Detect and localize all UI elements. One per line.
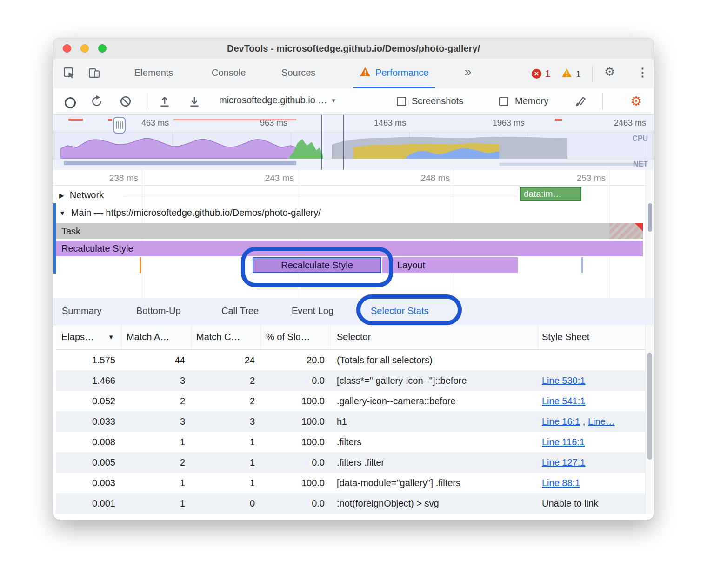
col-match-count[interactable]: Match C… — [192, 325, 261, 349]
expand-right-icon[interactable]: ▶ — [59, 192, 64, 199]
table-header: Elaps… ▼ Match A… Match C… % of Slo… Sel… — [56, 325, 645, 350]
memory-checkbox[interactable] — [499, 97, 508, 106]
warning-badge[interactable]: 1 — [561, 68, 581, 80]
devtools-tabbar: Elements Console Sources Performance » ✕… — [53, 59, 654, 89]
screenshots-label[interactable]: Screenshots — [412, 96, 463, 107]
long-task-marker — [555, 119, 562, 121]
devtools-window: DevTools - microsoftedge.github.io/Demos… — [53, 38, 654, 520]
reload-and-record-icon[interactable] — [91, 95, 103, 109]
recalculate-style-label: Recalculate Style — [61, 243, 133, 254]
profile-select[interactable]: microsoftedge.github.io … ▾ — [219, 95, 335, 106]
table-row[interactable]: 0.052 2 2 100.0 .gallery-icon--camera::b… — [56, 391, 645, 411]
tab-console[interactable]: Console — [212, 67, 246, 78]
expand-down-icon[interactable]: ▼ — [59, 209, 66, 217]
stylesheet-link[interactable]: Line 127:1 — [542, 457, 585, 468]
col-pct-slow[interactable]: % of Slo… — [261, 325, 331, 349]
table-row[interactable]: 0.005 2 1 0.0 .filters .filter Line 127:… — [56, 452, 645, 473]
table-row[interactable]: 0.033 3 3 100.0 h1 Line 16:1 , Line… — [56, 411, 645, 432]
task-block[interactable]: Task — [56, 223, 643, 239]
task-label: Task — [61, 226, 80, 237]
divider — [592, 65, 593, 82]
more-tabs-icon[interactable]: » — [465, 65, 471, 79]
flame-scrollbar-thumb[interactable] — [648, 203, 652, 232]
recalculate-style-block-selected[interactable]: Recalculate Style — [253, 257, 381, 273]
garbage-collect-icon[interactable] — [574, 95, 587, 109]
sort-desc-icon: ▼ — [108, 334, 114, 341]
col-match-attempts[interactable]: Match A… — [122, 325, 192, 349]
stylesheet-link[interactable]: Line… — [588, 416, 615, 427]
flame-tick: 243 ms — [265, 173, 294, 183]
stylesheet-link[interactable]: Line 88:1 — [542, 478, 580, 488]
network-activity-bar — [64, 161, 296, 165]
table-scrollbar-thumb[interactable] — [647, 353, 652, 460]
recalculate-style-block-wide[interactable]: Recalculate Style — [56, 241, 643, 256]
close-button[interactable] — [63, 44, 71, 53]
table-body: 1.575 44 24 20.0 (Totals for all selecto… — [56, 350, 645, 514]
col-elapsed[interactable]: Elaps… ▼ — [56, 325, 122, 349]
flame-tick: 253 ms — [577, 173, 606, 183]
flame-scrollbar[interactable] — [646, 170, 654, 298]
event-sliver[interactable] — [581, 257, 583, 273]
long-task-marker — [108, 119, 112, 121]
network-request-block[interactable]: data:im… — [520, 187, 581, 201]
screenshots-checkbox[interactable] — [397, 97, 406, 106]
tab-elements[interactable]: Elements — [134, 67, 173, 78]
stylesheet-link[interactable]: Line 541:1 — [542, 396, 585, 406]
minimize-button[interactable] — [80, 44, 89, 53]
tab-performance-label: Performance — [375, 67, 429, 78]
flame-tick: 248 ms — [421, 173, 450, 183]
event-sliver[interactable] — [140, 257, 141, 273]
layout-block[interactable]: Layout — [382, 257, 518, 273]
tab-summary[interactable]: Summary — [62, 306, 102, 316]
selection-boundary[interactable] — [321, 115, 322, 170]
performance-toolbar: microsoftedge.github.io … ▾ Screenshots … — [53, 88, 654, 115]
tab-performance[interactable]: Performance — [353, 59, 435, 88]
zoom-button[interactable] — [98, 44, 107, 53]
inspect-element-icon[interactable] — [63, 67, 75, 81]
cpu-label: CPU — [632, 134, 648, 143]
record-button[interactable] — [65, 97, 76, 108]
network-activity-bar — [499, 163, 646, 166]
settings-gear-icon[interactable]: ⚙ — [604, 65, 615, 79]
long-task-marker — [68, 119, 83, 121]
clear-recording-icon[interactable] — [120, 95, 132, 109]
kebab-menu-icon[interactable]: ⋮ — [637, 66, 648, 79]
selection-boundary[interactable] — [343, 115, 344, 170]
col-style-sheet[interactable]: Style Sheet — [538, 325, 645, 349]
long-task-flag-icon — [635, 223, 643, 231]
error-count: 1 — [545, 68, 550, 79]
table-row[interactable]: 0.008 1 1 100.0 .filters Line 116:1 — [56, 432, 645, 452]
net-label: NET — [633, 160, 648, 168]
overview-ruler: 463 ms 963 ms 1463 ms 1963 ms 2463 ms — [53, 115, 654, 132]
col-selector[interactable]: Selector — [331, 325, 538, 349]
flame-child-row: Recalculate Style Layout — [53, 257, 654, 273]
table-row[interactable]: 1.575 44 24 20.0 (Totals for all selecto… — [56, 350, 645, 370]
stylesheet-link[interactable]: Line 530:1 — [542, 375, 585, 386]
table-row[interactable]: 1.466 3 2 0.0 [class*=" gallery-icon--"]… — [56, 370, 645, 391]
timeline-overview[interactable]: 463 ms 963 ms 1463 ms 1963 ms 2463 ms CP… — [53, 115, 654, 170]
error-badge[interactable]: ✕ 1 — [532, 68, 550, 79]
tab-call-tree[interactable]: Call Tree — [221, 306, 259, 316]
network-track-header[interactable]: ▶ Network — [59, 190, 104, 200]
stylesheet-link[interactable]: Line 16:1 — [542, 416, 580, 427]
table-row[interactable]: 0.001 1 0 0.0 :not(foreignObject) > svg … — [56, 493, 645, 514]
load-profile-icon[interactable] — [159, 95, 171, 109]
network-overview — [53, 159, 654, 170]
stylesheet-link[interactable]: Line 116:1 — [542, 437, 585, 447]
device-toolbar-icon[interactable] — [88, 67, 100, 81]
main-track-label: Main — https://microsoftedge.github.io/D… — [71, 207, 321, 218]
tab-sources[interactable]: Sources — [281, 67, 315, 78]
details-tabbar: Summary Bottom-Up Call Tree Event Log Se… — [53, 298, 654, 325]
main-track-header[interactable]: ▼ Main — https://microsoftedge.github.io… — [59, 207, 321, 218]
tab-event-log[interactable]: Event Log — [292, 306, 333, 316]
window-controls — [63, 44, 107, 53]
tab-selector-stats[interactable]: Selector Stats — [371, 306, 429, 316]
selection-handle[interactable] — [113, 117, 126, 134]
save-profile-icon[interactable] — [188, 95, 200, 109]
memory-label[interactable]: Memory — [515, 96, 548, 107]
table-scrollbar[interactable] — [645, 325, 654, 514]
divider — [602, 93, 603, 110]
table-row[interactable]: 0.003 1 1 100.0 [data-module="gallery"] … — [56, 473, 645, 493]
tab-bottom-up[interactable]: Bottom-Up — [136, 306, 181, 316]
capture-settings-gear-icon[interactable]: ⚙ — [630, 94, 642, 109]
